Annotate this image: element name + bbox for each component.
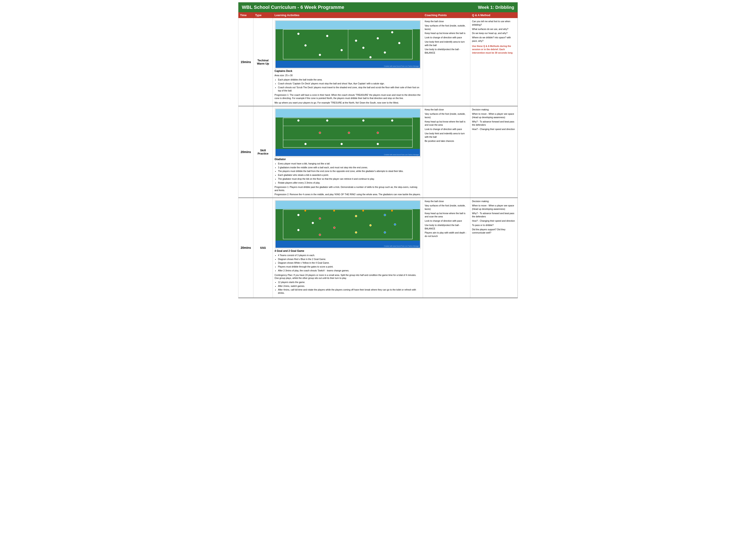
qa-point: Decision making: — [472, 108, 516, 111]
coaching-cell: Keep the ball close Vary surfaces of the… — [423, 198, 470, 297]
player-dot — [362, 47, 364, 49]
activity-bullets: Every player must have a bib, hanging ou… — [275, 162, 421, 184]
player-dot — [391, 120, 393, 122]
player-dot — [297, 33, 300, 35]
list-item: Coach shouts 'Captain On Deck' players m… — [278, 82, 421, 85]
field-credit: Created with www.SoccerTutor.com Tactics… — [384, 65, 419, 67]
page-header: WBL School Curriculum - 6 Week Programme… — [238, 2, 518, 12]
coaching-point: Vary surfaces of the foot (inside, outsi… — [425, 112, 468, 119]
list-item: Every player must have a bib, hanging ou… — [278, 162, 421, 165]
player-dot — [355, 215, 357, 217]
progression: Contingency Plan: If you have 24 players… — [275, 273, 421, 280]
player-dot — [297, 120, 300, 122]
col-type: Type — [254, 12, 273, 18]
type-cell: Techinal Warm Up — [254, 18, 273, 106]
table-row: 20mins SSG — [238, 198, 518, 298]
qa-point: To pass or to dribble? — [472, 224, 516, 227]
player-dot — [391, 31, 393, 33]
activity-area: Area size: 25 x 30 — [275, 74, 421, 77]
qa-point: Decision making: — [472, 200, 516, 203]
coaching-point: Use body feint and indentify area to tur… — [425, 132, 468, 139]
player-dot — [377, 37, 379, 40]
coaching-point: Look to change of direction with pace — [425, 36, 468, 40]
col-time: Time — [238, 12, 254, 18]
activity-bullets: Each player dribbles the ball inside the… — [275, 78, 421, 92]
coaching-point: Look to change of direction with pace — [425, 219, 468, 223]
coaching-point: Vary surfaces of the foot (inside, outsi… — [425, 204, 468, 211]
player-dot — [340, 49, 343, 51]
progression: Progression 1: The coach will have a con… — [275, 94, 421, 99]
qa-point: How? - Changing their speed and directio… — [472, 127, 516, 131]
coaching-point: Keep the ball close — [425, 20, 468, 23]
coaching-point: Keep head up but know where the ball is … — [425, 120, 468, 127]
player-dot — [319, 54, 321, 56]
time-cell: 20mins — [238, 198, 254, 297]
player-dot — [297, 229, 300, 231]
time-cell: 15mins — [238, 18, 254, 106]
progression: Progression 2: Remove the 4 cones in the… — [275, 193, 421, 196]
field-diagram-3: Created with www.SoccerTutor.com Tactics… — [275, 200, 421, 249]
cone — [305, 210, 306, 211]
activity-cell: Created with www.SoccerTutor.com Tactics… — [273, 18, 423, 106]
col-activities: Learning Activities — [273, 12, 423, 18]
coaching-point: Vary surfaces of the foot (inside, outsi… — [425, 24, 468, 31]
activity-cell: Created with www.SoccerTutor.com Tactics… — [273, 106, 423, 198]
contingency-bullets: 12 players starts the game. After 2mins,… — [275, 281, 421, 295]
field-1: Created with www.SoccerTutor.com Tactics… — [275, 21, 420, 68]
activity-title: Captains Deck — [275, 69, 421, 73]
qa-point: When to move - When a player see space (… — [472, 204, 516, 211]
field-diagram-2: Created with www.SoccerTutor.com Tactics… — [275, 108, 421, 157]
list-item: 3 gladiators inside the middle zone with… — [278, 166, 421, 169]
list-item: After 4mins, call full-time and rotate t… — [278, 288, 421, 295]
list-item: The players must dribble the ball from t… — [278, 170, 421, 173]
type-cell: SSG — [254, 198, 273, 297]
col-qa: Q & A Method — [470, 12, 518, 18]
field-border-3 — [283, 210, 413, 239]
player-dot — [384, 51, 386, 54]
list-item: The gladiator must drop the bib on the f… — [278, 177, 421, 181]
coaching-point: Use body to shield/protect the ball - BA… — [425, 224, 468, 231]
coaching-point: Use body feint and indentify area to tur… — [425, 40, 468, 47]
progression: Progression 1: Players must dribble past… — [275, 185, 421, 192]
player-dot — [369, 56, 371, 58]
player-dot — [355, 231, 357, 234]
qa-point: Where do we dribble? into space? with pa… — [472, 36, 516, 43]
cone — [362, 210, 364, 211]
coaching-point: Players aim to play with width and depth… — [425, 231, 468, 238]
qa-point: When to move - When a player see space (… — [472, 112, 516, 119]
coaching-point: Keep head up but know where the ball is … — [425, 212, 468, 219]
week-label: Week 1: Dribbling — [478, 5, 514, 10]
time-cell: 20mins — [238, 106, 254, 198]
table-row: 20mins Skill Practice — [238, 106, 518, 198]
coaching-point: Keep the ball close — [425, 108, 468, 111]
field-3: Created with www.SoccerTutor.com Tactics… — [275, 201, 420, 248]
activity-title: Gladiator — [275, 157, 421, 161]
page-title: WBL School Curriculum - 6 Week Programme — [242, 5, 344, 10]
qa-point: Why? - To advance forward and beat pass … — [472, 212, 516, 219]
qa-point: Do we keep our head up, and why? — [472, 32, 516, 35]
field-2: Created with www.SoccerTutor.com Tactics… — [275, 109, 420, 156]
coaching-point: Keep head up but know where the ball is — [425, 32, 468, 35]
player-dot — [377, 132, 379, 134]
list-item: Players must dribble through the gates t… — [278, 265, 421, 268]
player-dot — [377, 143, 379, 145]
table-row: 15mins Techinal Warm Up — [238, 18, 518, 106]
activity-title: 4 Goal and 2 Goal Game — [275, 249, 421, 253]
qa-point: Why? - To advance forward and beat pass … — [472, 120, 516, 127]
player-dot — [362, 120, 364, 122]
list-item: Diagram shows Red v Blue in the 2 Goal G… — [278, 258, 421, 261]
page: WBL School Curriculum - 6 Week Programme… — [238, 2, 518, 298]
col-coaching: Coaching Points — [423, 12, 470, 18]
cone — [391, 210, 393, 211]
field-credit: Created with www.SoccerTutor.com Tactics… — [384, 154, 419, 156]
player-dot — [297, 214, 300, 216]
qa-cell: Decision making: When to move - When a p… — [470, 198, 518, 297]
list-item: Each player dribbles the ball inside the… — [278, 78, 421, 81]
qa-cell: Decision making: When to move - When a p… — [470, 106, 518, 198]
qa-point: Did the players support? Did they commun… — [472, 228, 516, 235]
qa-cell: Can you tell me what foot to use when dr… — [470, 18, 518, 106]
activity-cell: Created with www.SoccerTutor.com Tactics… — [273, 198, 423, 297]
qa-point: Can you tell me what foot to use when dr… — [472, 20, 516, 27]
coaching-point: Be positive and take chances — [425, 139, 468, 143]
list-item: 4 Teams consist of 3 players in each. — [278, 254, 421, 257]
